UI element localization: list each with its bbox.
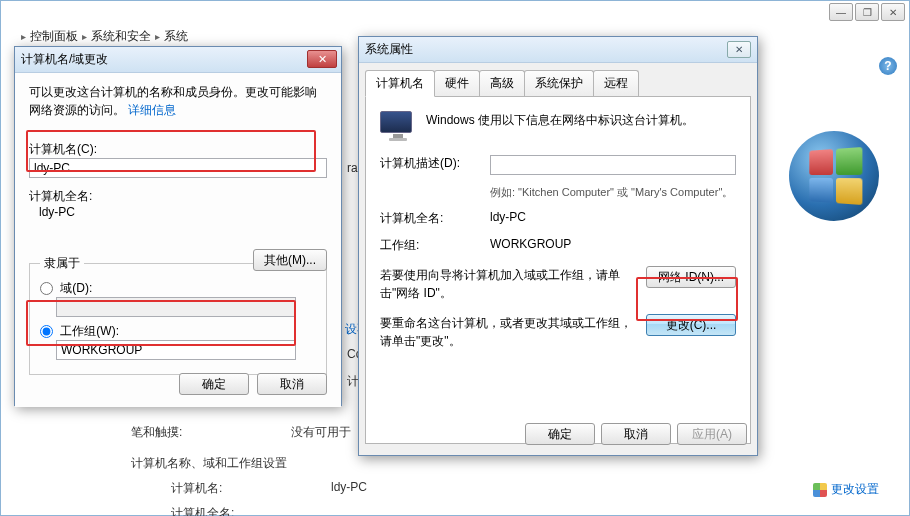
chevron-right-icon: ▸ [82, 31, 87, 42]
change-settings-link[interactable]: 更改设置 [813, 481, 879, 498]
change-settings-label: 更改设置 [831, 481, 879, 498]
breadcrumb-seg[interactable]: 系统和安全 [91, 28, 151, 45]
tab-body: Windows 使用以下信息在网络中标识这台计算机。 计算机描述(D): 例如:… [365, 96, 751, 444]
domain-radio[interactable] [40, 282, 53, 295]
network-id-button[interactable]: 网络 ID(N)... [646, 266, 736, 288]
close-icon[interactable]: ✕ [727, 41, 751, 58]
close-icon[interactable]: ✕ [307, 50, 337, 68]
fullname-value: ldy-PC [39, 205, 327, 219]
intro-text: Windows 使用以下信息在网络中标识这台计算机。 [426, 111, 736, 129]
description-hint: 例如: "Kitchen Computer" 或 "Mary's Compute… [490, 185, 736, 200]
help-icon[interactable]: ? [879, 57, 897, 75]
windows-logo [789, 131, 879, 221]
dialog-title: 计算机名/域更改 [21, 51, 108, 68]
computer-fullname-label: 计算机全名: [171, 505, 331, 516]
close-button[interactable]: ✕ [881, 3, 905, 21]
tab-remote[interactable]: 远程 [593, 70, 639, 97]
tab-computer-name[interactable]: 计算机名 [365, 70, 435, 97]
workgroup-value: WORKGROUP [490, 237, 736, 251]
breadcrumb-seg[interactable]: 系统 [164, 28, 188, 45]
ok-button[interactable]: 确定 [179, 373, 249, 395]
ok-button[interactable]: 确定 [525, 423, 595, 445]
other-button[interactable]: 其他(M)... [253, 249, 327, 271]
chevron-right-icon: ▸ [21, 31, 26, 42]
cancel-button[interactable]: 取消 [601, 423, 671, 445]
computer-name-label: 计算机名: [171, 480, 331, 497]
pen-touch-value: 没有可用于 [291, 424, 351, 441]
workgroup-radio[interactable] [40, 325, 53, 338]
tab-strip: 计算机名 硬件 高级 系统保护 远程 [359, 63, 757, 96]
computer-name-label: 计算机名(C): [29, 141, 327, 158]
fullname-label: 计算机全名: [380, 210, 490, 227]
cancel-button[interactable]: 取消 [257, 373, 327, 395]
breadcrumb-seg[interactable]: 控制面板 [30, 28, 78, 45]
dialog-titlebar[interactable]: 计算机名/域更改 ✕ [15, 47, 341, 73]
computer-name-value: ldy-PC [331, 480, 367, 497]
fullname-label: 计算机全名: [29, 188, 327, 205]
chevron-right-icon: ▸ [155, 31, 160, 42]
member-of-legend: 隶属于 [40, 255, 84, 272]
tab-system-protection[interactable]: 系统保护 [524, 70, 594, 97]
change-button[interactable]: 更改(C)... [646, 314, 736, 336]
computer-name-change-dialog: 计算机名/域更改 ✕ 可以更改这台计算机的名称和成员身份。更改可能影响网络资源的… [14, 46, 342, 406]
section-heading: 计算机名称、域和工作组设置 [131, 455, 631, 472]
peek-text: ra [347, 161, 358, 175]
description-input[interactable] [490, 155, 736, 175]
intro-text: 可以更改这台计算机的名称和成员身份。更改可能影响网络资源的访问。 详细信息 [29, 83, 327, 119]
workgroup-radio-label[interactable]: 工作组(W): [40, 324, 119, 338]
domain-input [56, 297, 296, 317]
apply-button[interactable]: 应用(A) [677, 423, 747, 445]
dialog-title: 系统属性 [365, 41, 413, 58]
workgroup-input[interactable] [56, 340, 296, 360]
shield-icon [813, 483, 827, 497]
minimize-button[interactable]: — [829, 3, 853, 21]
window-controls: — ❐ ✕ [829, 3, 905, 21]
tab-hardware[interactable]: 硬件 [434, 70, 480, 97]
computer-icon [380, 111, 416, 141]
tab-advanced[interactable]: 高级 [479, 70, 525, 97]
pen-touch-label: 笔和触摸: [131, 424, 291, 441]
maximize-button[interactable]: ❐ [855, 3, 879, 21]
dialog-titlebar[interactable]: 系统属性 ✕ [359, 37, 757, 63]
change-text: 要重命名这台计算机，或者更改其域或工作组，请单击"更改"。 [380, 314, 638, 350]
network-id-text: 若要使用向导将计算机加入域或工作组，请单击"网络 ID"。 [380, 266, 638, 302]
workgroup-label: 工作组: [380, 237, 490, 254]
fullname-value: ldy-PC [490, 210, 736, 224]
system-properties-dialog: 系统属性 ✕ 计算机名 硬件 高级 系统保护 远程 Windows 使用以下信息… [358, 36, 758, 456]
domain-radio-label[interactable]: 域(D): [40, 281, 92, 295]
details-link[interactable]: 详细信息 [128, 103, 176, 117]
computer-name-input[interactable] [29, 158, 327, 178]
description-label: 计算机描述(D): [380, 155, 490, 172]
